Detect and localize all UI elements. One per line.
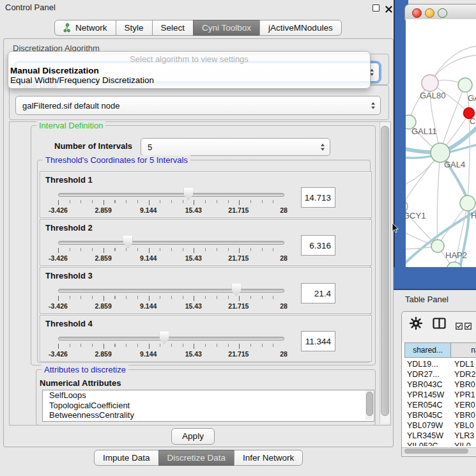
combo-stepper-icon [371,102,375,109]
slider-thumb[interactable] [231,284,241,296]
table-data-value: galFiltered.sif default node [22,101,119,111]
threshold-3-slider[interactable]: -3.4262.8599.14415.4321.71528 [57,283,284,311]
table-row[interactable]: YIL052CYIL0 [402,441,476,446]
number-of-intervals-label: Number of Intervals [54,141,132,151]
bottom-tab-bar: Impute Data Discretize Data Infer Networ… [94,450,303,466]
threshold-4-label: Threshold 4 [45,319,93,328]
attributes-to-discretize-label: Attributes to discretize [42,365,128,374]
table-rows: YDL19...YDL1 YDR27...YDR2 YBR043CYBR0 YP… [402,359,476,446]
column-header-name[interactable]: na [450,342,476,358]
network-canvas[interactable]: GAL80 GA GAL11 CY GAL4 GCY1 H HAP2 [406,19,476,267]
table-row[interactable]: YDR27...YDR2 [402,369,476,380]
list-item-topologicalcoefficient[interactable]: TopologicalCoefficient [43,401,374,411]
list-item-selfloops[interactable]: SelfLoops [43,390,374,401]
table-data-combobox[interactable]: galFiltered.sif default node [15,96,381,115]
gear-icon[interactable] [410,317,422,332]
table-row[interactable]: YBR043CYBR0 [402,380,476,390]
close-icon[interactable] [385,4,392,15]
tab-select-label: Select [161,23,185,33]
threshold-coordinates-label: Threshold's Coordinates for 5 Intervals [43,155,190,165]
tab-jactivemnodules[interactable]: jActiveMNodules [259,20,342,36]
node-gal80[interactable] [422,75,438,91]
threshold-3-box: Threshold 3 -3.4262.8599.14415.4321.7152… [40,267,372,314]
zoom-traffic-light[interactable] [438,8,447,18]
threshold-4-value-field[interactable]: 11.344 [301,331,335,351]
dropdown-option-equal-width-frequency[interactable]: Equal Width/Frequency Discretization [10,75,154,85]
numerical-attributes-label: Numerical Attributes [40,378,121,388]
tab-cyni-toolbox-label: Cyni Toolbox [202,23,251,33]
tab-style[interactable]: Style [116,20,153,36]
table-panel-title: Table Panel [405,295,449,304]
column-header-shared-name[interactable]: shared... [404,342,451,358]
control-panel-titlebar: Control Panel [0,0,396,15]
tab-impute-data-label: Impute Data [103,453,150,463]
threshold-2-slider[interactable]: -3.4262.8599.14415.4321.71528 [57,235,284,263]
tab-network-label: Network [75,23,107,33]
label-gcy1: GCY1 [406,211,426,220]
threshold-2-label: Threshold 2 [45,223,93,233]
node-hap2[interactable] [431,240,444,252]
slider-thumb[interactable] [183,188,193,201]
network-window-titlebar[interactable] [404,4,476,20]
threshold-3-value-field[interactable]: 21.4 [301,283,335,303]
split-columns-icon[interactable] [433,318,446,332]
tab-infer-network-label: Infer Network [243,453,294,463]
top-tab-bar: Network Style Select Cyni Toolbox jActiv… [54,20,342,36]
horizontal-scrollbar-thumb[interactable] [404,449,468,454]
panel-title: Control Panel [5,3,56,12]
threshold-4-slider[interactable]: -3.4262.8599.14415.4321.71528 [57,331,284,359]
minimize-traffic-light[interactable] [425,8,434,18]
table-row[interactable]: YPR145WYPR1 [402,390,476,400]
slider-thumb[interactable] [123,236,133,249]
table-row[interactable]: YDL19...YDL1 [402,359,476,369]
tab-discretize-data[interactable]: Discretize Data [158,450,235,466]
dropdown-placeholder: Select algorithm to view settings [8,54,370,64]
label-gal4: GAL4 [444,160,465,169]
tab-cyni-toolbox[interactable]: Cyni Toolbox [193,20,260,36]
node-right[interactable] [460,196,475,211]
label-gal80: GAL80 [420,91,445,100]
interval-definition-label: Interval Definition [36,121,105,130]
table-row[interactable]: YBL079WYBL0 [402,420,476,431]
threshold-1-value-field[interactable]: 14.713 [301,187,335,208]
float-window-icon[interactable] [372,4,380,12]
slider-tick-labels: -3.4262.8599.14415.4321.71528 [58,302,284,310]
vertical-scrollbar-thumb[interactable] [381,126,389,416]
dropdown-option-manual-discretization[interactable]: Manual Discretization [10,66,99,75]
list-scrollbar-thumb[interactable] [366,392,373,416]
checkbox-icon-2[interactable] [464,321,472,332]
threshold-1-label: Threshold 1 [45,175,93,185]
label-gal11: GAL11 [411,127,437,136]
tab-network[interactable]: Network [54,20,116,36]
slider-tick-labels: -3.4262.8599.14415.4321.71528 [58,206,284,214]
tab-impute-data[interactable]: Impute Data [94,450,159,466]
algorithm-dropdown-popup: Select algorithm to view settings Manual… [8,51,371,89]
threshold-1-box: Threshold 1 -3.4262.8599.14415.4321.7152… [40,171,372,218]
threshold-3-label: Threshold 3 [45,271,93,280]
slider-tick-labels: -3.4262.8599.14415.4321.71528 [58,350,284,358]
list-item-betweennesscentrality[interactable]: BetweennessCentrality [43,410,374,420]
table-row[interactable]: YLR345WYLR3 [402,431,476,441]
table-panel: shared... na YDL19...YDL1 YDR27...YDR2 Y… [401,311,476,457]
slider-major-ticks [58,248,284,253]
tab-select[interactable]: Select [152,20,194,36]
close-traffic-light[interactable] [412,8,422,18]
number-of-intervals-value: 5 [148,142,152,152]
node-top-right[interactable] [458,78,472,92]
slider-major-ticks [58,344,284,349]
threshold-2-value-field[interactable]: 6.316 [301,235,335,256]
slider-thumb[interactable] [159,332,169,344]
tab-style-label: Style [125,23,144,33]
apply-button[interactable]: Apply [171,428,215,445]
table-row[interactable]: YER054CYER0 [402,400,476,410]
table-row[interactable]: YBR045CYBR0 [402,410,476,420]
slider-major-ticks [58,296,284,301]
checkbox-icon-1[interactable] [456,321,463,332]
tab-infer-network[interactable]: Infer Network [234,450,303,466]
label-hap2: HAP2 [445,250,467,260]
number-of-intervals-combobox[interactable]: 5 [141,138,330,156]
tab-discretize-data-label: Discretize Data [167,453,226,463]
network-graph[interactable]: GAL80 GA GAL11 CY GAL4 GCY1 H HAP2 [406,19,476,267]
threshold-1-slider[interactable]: -3.4262.8599.14415.4321.71528 [57,187,284,215]
network-window-frame-bottom [394,267,476,290]
